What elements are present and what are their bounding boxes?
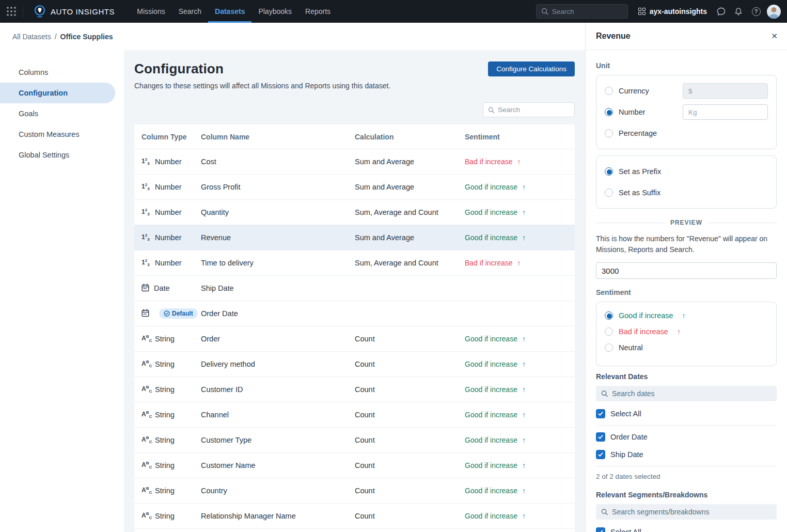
radio-button[interactable] [605, 108, 613, 116]
logo[interactable]: AUTO INSIGHTS [23, 0, 122, 23]
table-row[interactable]: 123NumberTime to deliverySum, Average an… [134, 251, 575, 276]
app-launcher-icon[interactable] [0, 0, 23, 23]
sentiment-link[interactable]: Good if increase [465, 411, 517, 419]
table-search-input[interactable] [498, 106, 570, 114]
sentiment-link[interactable]: Good if increase [465, 512, 517, 520]
table-row[interactable]: ABCStringChannelCountGood if increase↑ [134, 402, 575, 428]
sentiment-link[interactable]: Good if increase [465, 183, 517, 191]
checkbox-icon[interactable] [596, 450, 605, 459]
table-search[interactable] [483, 102, 575, 117]
segments-search-input[interactable] [612, 508, 772, 516]
table-row[interactable]: 123NumberRevenueSum and AverageGood if i… [134, 225, 575, 251]
sentiment-link[interactable]: Good if increase [465, 335, 517, 343]
nav-datasets[interactable]: Datasets [208, 0, 251, 23]
table-row[interactable]: 123NumberQuantitySum, Average and CountG… [134, 200, 575, 225]
sidebar-item-goals[interactable]: Goals [0, 103, 115, 124]
unit-symbol-input[interactable] [683, 104, 768, 120]
column-type-label: Number [155, 158, 182, 166]
sentiment-link[interactable]: Good if increase [465, 233, 517, 242]
table-row[interactable]: ABCStringDelivery methodCountGood if inc… [134, 352, 575, 377]
sentiment-link[interactable]: Good if increase [465, 360, 517, 368]
main-content: Configuration Configure Calculations Cha… [124, 50, 585, 532]
sentiment-link[interactable]: Good if increase [465, 461, 517, 470]
dates-search[interactable] [596, 386, 777, 401]
nav-reports[interactable]: Reports [298, 0, 337, 23]
radio-button[interactable] [605, 343, 613, 352]
column-type-cell: Date [134, 284, 201, 293]
radio-button[interactable] [605, 311, 613, 320]
unit-card: CurrencyNumberPercentage [596, 75, 777, 149]
table-row[interactable]: ABCStringCountryCountGood if increase↑ [134, 478, 575, 504]
checkbox-item-ship-date[interactable]: Ship Date [596, 448, 777, 461]
table-row[interactable]: ABCStringCustomer NameCountGood if incre… [134, 453, 575, 478]
radio-button[interactable] [605, 189, 613, 197]
sidebar-item-global-settings[interactable]: Global Settings [0, 145, 115, 165]
table-row[interactable]: ABCStringCustomer TypeCountGood if incre… [134, 428, 575, 453]
relevant-dates-label: Relevant Dates [596, 372, 777, 381]
unit-symbol-input [683, 83, 768, 99]
table-row[interactable]: 123NumberCostSum and AverageBad if incre… [134, 149, 575, 175]
unit-option-percentage[interactable]: Percentage [605, 126, 768, 141]
avatar[interactable] [767, 5, 781, 19]
topbar-search-input[interactable] [552, 8, 623, 15]
divider [596, 466, 777, 466]
column-type-cell: 123Number [134, 183, 201, 191]
header-column-type: Column Type [134, 133, 201, 141]
sentiment-link[interactable]: Good if increase [465, 208, 517, 216]
checkbox-icon[interactable] [596, 409, 605, 418]
chat-icon[interactable] [712, 0, 730, 23]
sentiment-link[interactable]: Good if increase [465, 436, 517, 444]
table-row[interactable]: ABCStringOrderCountGood if increase↑ [134, 326, 575, 352]
sentiment-link[interactable]: Good if increase [465, 385, 517, 394]
table-row[interactable]: DateShip Date [134, 276, 575, 301]
table-row[interactable]: 123NumberGross ProfitSum and AverageGood… [134, 175, 575, 200]
configure-calculations-button[interactable]: Configure Calculations [488, 61, 575, 76]
checkbox-item-order-date[interactable]: Order Date [596, 431, 777, 443]
checkbox-icon[interactable] [596, 432, 605, 442]
preview-input[interactable] [596, 262, 777, 279]
sentiment-link[interactable]: Bad if increase [465, 158, 513, 166]
table-header-row: Column Type Column Name Calculation Sent… [134, 124, 575, 149]
sentiment-option-good[interactable]: Good if increase↑ [605, 310, 768, 321]
sidebar-item-configuration[interactable]: Configuration [0, 83, 115, 103]
workspace-switcher[interactable]: ayx-autoinsights [638, 0, 707, 23]
radio-button[interactable] [605, 167, 613, 176]
unit-option-currency[interactable]: Currency [605, 83, 768, 99]
sentiment-cell: Bad if increase↑ [465, 259, 575, 267]
nav-playbooks[interactable]: Playbooks [251, 0, 298, 23]
set-as-suffix-option[interactable]: Set as Suffix [605, 185, 768, 200]
up-arrow-icon: ↑ [522, 233, 526, 242]
table-row[interactable]: DefaultOrder Date [134, 301, 575, 326]
up-arrow-icon: ↑ [522, 461, 526, 470]
help-icon[interactable]: ? [747, 0, 765, 23]
sidebar-item-custom-measures[interactable]: Custom Measures [0, 124, 115, 145]
radio-button[interactable] [605, 87, 613, 95]
table-row[interactable]: ABCStringRelationship Manager NameCountG… [134, 504, 575, 529]
sidebar-item-columns[interactable]: Columns [0, 62, 115, 83]
lightbulb-icon [34, 5, 46, 18]
up-arrow-icon: ↑ [677, 327, 681, 336]
unit-option-number[interactable]: Number [605, 104, 768, 120]
notifications-bell-icon[interactable] [730, 0, 747, 23]
dates-list: Select AllOrder DateShip Date [596, 408, 777, 466]
relevant-segments-label: Relevant Segments/Breakdowns [596, 491, 777, 499]
select-all-checkbox[interactable]: Select All [596, 526, 777, 532]
nav-search[interactable]: Search [172, 0, 208, 23]
radio-button[interactable] [605, 327, 613, 336]
sentiment-link[interactable]: Good if increase [465, 487, 517, 495]
set-as-prefix-option[interactable]: Set as Prefix [605, 164, 768, 179]
radio-button[interactable] [605, 129, 613, 137]
breadcrumb-all-datasets[interactable]: All Datasets [12, 33, 51, 41]
topbar-search[interactable] [536, 4, 628, 19]
segments-search[interactable] [596, 504, 777, 520]
nav-missions[interactable]: Missions [130, 0, 171, 23]
close-icon[interactable]: ✕ [771, 32, 778, 41]
column-type-label: String [155, 436, 175, 444]
checkbox-icon[interactable] [596, 527, 605, 532]
table-row[interactable]: ABCStringCustomer IDCountGood if increas… [134, 377, 575, 402]
sentiment-option-neutral[interactable]: Neutral [605, 342, 768, 353]
sentiment-option-bad[interactable]: Bad if increase↑ [605, 326, 768, 337]
sentiment-link[interactable]: Bad if increase [465, 259, 513, 267]
select-all-checkbox[interactable]: Select All [596, 408, 777, 420]
dates-search-input[interactable] [612, 389, 772, 398]
